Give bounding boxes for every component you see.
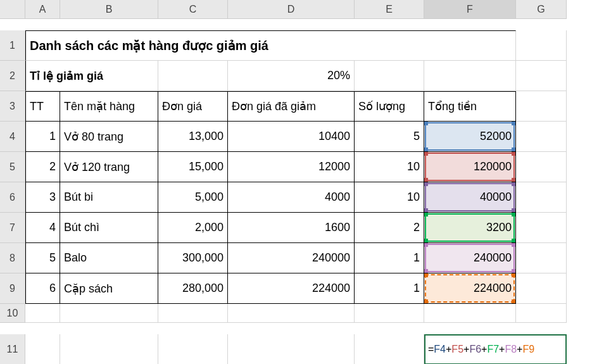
cell-D9[interactable]: 224000 — [228, 273, 355, 304]
cell-C7[interactable]: 2,000 — [158, 213, 228, 243]
cell-A7[interactable]: 4 — [25, 213, 60, 243]
row-header-1[interactable]: 1 — [0, 30, 25, 61]
cell-F5[interactable]: 120000 — [424, 152, 516, 182]
row-header-5[interactable]: 5 — [0, 152, 25, 182]
col-header-B[interactable]: B — [60, 0, 158, 19]
cell-C5[interactable]: 15,000 — [158, 152, 228, 182]
cell-G9[interactable] — [516, 273, 567, 304]
cell-C10[interactable] — [158, 304, 228, 323]
cell-value: 240000 — [474, 251, 512, 265]
cell-D8[interactable]: 240000 — [228, 243, 355, 273]
select-all-corner[interactable] — [0, 0, 25, 19]
col-header-G[interactable]: G — [516, 0, 567, 19]
cell-G6[interactable] — [516, 182, 567, 213]
col-header-D[interactable]: D — [228, 0, 355, 19]
cell-A9[interactable]: 6 — [25, 273, 60, 304]
formula-plus: + — [481, 344, 487, 355]
cell-C6[interactable]: 5,000 — [158, 182, 228, 213]
cell-value: 40000 — [480, 191, 512, 204]
cell-D11[interactable] — [228, 334, 355, 364]
cell-E9[interactable]: 1 — [355, 273, 424, 304]
cell-B8[interactable]: Balo — [60, 243, 158, 273]
cell-C8[interactable]: 300,000 — [158, 243, 228, 273]
cell-C11[interactable] — [158, 334, 228, 364]
cell-D10[interactable] — [228, 304, 355, 323]
cell-B11[interactable] — [60, 334, 158, 364]
cell-B5[interactable]: Vở 120 trang — [60, 152, 158, 182]
row-header-2[interactable]: 2 — [0, 61, 25, 91]
cell-F4[interactable]: 52000 — [424, 122, 516, 152]
cell-B9[interactable]: Cặp sách — [60, 273, 158, 304]
cell-value: 120000 — [474, 160, 512, 173]
cell-B4[interactable]: Vở 80 trang — [60, 122, 158, 152]
cell-G8[interactable] — [516, 243, 567, 273]
cell-A4[interactable]: 1 — [25, 122, 60, 152]
cell-B6[interactable]: Bút bi — [60, 182, 158, 213]
cell-F9[interactable]: 224000 — [424, 273, 516, 304]
header-tt[interactable]: TT — [25, 91, 60, 122]
cell-G3[interactable] — [516, 91, 567, 122]
row-header-4[interactable]: 4 — [0, 122, 25, 152]
discount-value[interactable]: 20% — [228, 61, 355, 91]
row-header-8[interactable]: 8 — [0, 243, 25, 273]
row-header-3[interactable]: 3 — [0, 91, 25, 122]
cell-F10[interactable] — [424, 304, 516, 323]
cell-C4[interactable]: 13,000 — [158, 122, 228, 152]
cell-value: 3200 — [486, 221, 512, 234]
cell-D6[interactable]: 4000 — [228, 182, 355, 213]
cell-E4[interactable]: 5 — [355, 122, 424, 152]
title-cell[interactable]: Danh sách các mặt hàng được giảm giá — [25, 30, 516, 61]
formula-ref-F6: F6 — [469, 344, 481, 355]
header-soluong[interactable]: Số lượng — [355, 91, 424, 122]
cell-C9[interactable]: 280,000 — [158, 273, 228, 304]
formula-ref-F4: F4 — [434, 344, 446, 355]
cell-G1[interactable] — [516, 30, 567, 61]
formula-ref-F8: F8 — [505, 344, 517, 355]
header-dongia[interactable]: Đơn giá — [158, 91, 228, 122]
header-tongtien[interactable]: Tổng tiền — [424, 91, 516, 122]
cell-E10[interactable] — [355, 304, 424, 323]
row-header-7[interactable]: 7 — [0, 213, 25, 243]
cell-B10[interactable] — [60, 304, 158, 323]
discount-label[interactable]: Tỉ lệ giảm giá — [25, 61, 158, 91]
cell-B7[interactable]: Bút chì — [60, 213, 158, 243]
formula-ref-F7: F7 — [487, 344, 499, 355]
header-ten[interactable]: Tên mặt hàng — [60, 91, 158, 122]
row-header-11[interactable]: 11 — [0, 334, 25, 364]
cell-E5[interactable]: 10 — [355, 152, 424, 182]
cell-F2[interactable] — [424, 61, 516, 91]
cell-E8[interactable]: 1 — [355, 243, 424, 273]
cell-E7[interactable]: 2 — [355, 213, 424, 243]
header-giagiam[interactable]: Đơn giá đã giảm — [228, 91, 355, 122]
cell-D5[interactable]: 12000 — [228, 152, 355, 182]
cell-A8[interactable]: 5 — [25, 243, 60, 273]
cell-E11[interactable] — [355, 334, 424, 364]
cell-D4[interactable]: 10400 — [228, 122, 355, 152]
active-formula-cell-F11[interactable]: =F4+F5+F6+F7+F8+F9 — [424, 334, 567, 364]
cell-G7[interactable] — [516, 213, 567, 243]
cell-G10[interactable] — [516, 304, 567, 323]
row-header-9[interactable]: 9 — [0, 273, 25, 304]
cell-E2[interactable] — [355, 61, 424, 91]
col-header-E[interactable]: E — [355, 0, 424, 19]
cell-F7[interactable]: 3200 — [424, 213, 516, 243]
spreadsheet-grid[interactable]: A B C D E F G 1 Danh sách các mặt hàng đ… — [0, 0, 611, 364]
cell-A5[interactable]: 2 — [25, 152, 60, 182]
cell-A10[interactable] — [25, 304, 60, 323]
formula-ref-F9: F9 — [522, 344, 534, 355]
cell-A11[interactable] — [25, 334, 60, 364]
col-header-A[interactable]: A — [25, 0, 60, 19]
cell-F8[interactable]: 240000 — [424, 243, 516, 273]
cell-C2[interactable] — [158, 61, 228, 91]
row-header-10[interactable]: 10 — [0, 304, 25, 323]
cell-G4[interactable] — [516, 122, 567, 152]
cell-F6[interactable]: 40000 — [424, 182, 516, 213]
cell-G2[interactable] — [516, 61, 567, 91]
cell-E6[interactable]: 10 — [355, 182, 424, 213]
col-header-C[interactable]: C — [158, 0, 228, 19]
cell-D7[interactable]: 1600 — [228, 213, 355, 243]
row-header-6[interactable]: 6 — [0, 182, 25, 213]
col-header-F[interactable]: F — [424, 0, 516, 19]
cell-A6[interactable]: 3 — [25, 182, 60, 213]
cell-G5[interactable] — [516, 152, 567, 182]
